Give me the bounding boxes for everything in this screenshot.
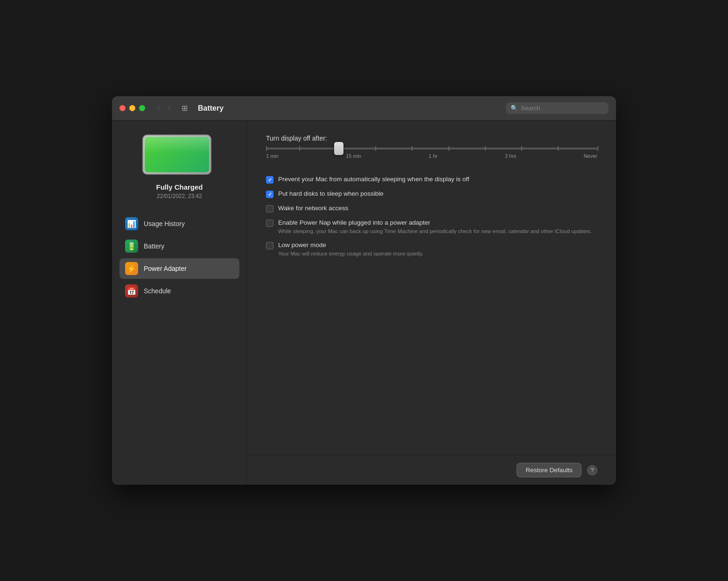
battery-terminal [210, 149, 211, 161]
sidebar-nav: 📊 Usage History 🔋 Battery ⚡ Power Adapte… [112, 213, 247, 301]
checkbox-prevent-sleep-input[interactable] [266, 176, 273, 184]
search-input[interactable] [521, 105, 604, 112]
sidebar-item-label-power: Power Adapter [144, 265, 187, 272]
battery-fill [145, 137, 209, 172]
slider-section: Turn display off after: [266, 135, 597, 163]
back-button[interactable]: ‹ [154, 102, 163, 114]
checkbox-wake-network-text: Wake for network access [278, 205, 348, 212]
battery-icon-container [142, 135, 217, 177]
checkbox-power-nap[interactable]: Enable Power Nap while plugged into a po… [266, 219, 597, 235]
search-box[interactable]: 🔍 [506, 102, 609, 114]
help-button[interactable]: ? [587, 465, 597, 475]
schedule-icon: 📅 [125, 284, 138, 298]
checkbox-hard-disks-label: Put hard disks to sleep when possible [278, 190, 384, 197]
titlebar: ‹ › ⊞ Battery 🔍 [112, 96, 616, 120]
sidebar-item-label-battery: Battery [144, 242, 164, 250]
sidebar: Fully Charged 22/01/2022, 23:42 📊 Usage … [112, 120, 247, 485]
checkbox-hard-disks-text: Put hard disks to sleep when possible [278, 190, 384, 197]
checkbox-low-power-input[interactable] [266, 242, 273, 249]
bottom-bar: Restore Defaults ? [247, 455, 616, 485]
checkbox-low-power-desc: Your Mac will reduce energy usage and op… [278, 250, 423, 257]
slider-tick-labels: 1 min 15 min 1 hr 3 hrs Never [266, 153, 597, 159]
slider-never-label: Never [584, 153, 597, 159]
slider-thumb[interactable] [334, 142, 343, 155]
slider-15min-label: 15 min [346, 153, 361, 159]
checkbox-group: Prevent your Mac from automatically slee… [266, 176, 597, 257]
maximize-button[interactable] [139, 105, 145, 111]
checkbox-wake-network-input[interactable] [266, 205, 273, 213]
checkbox-wake-network-label: Wake for network access [278, 205, 348, 212]
battery-charge-label: Fully Charged [156, 183, 203, 191]
close-button[interactable] [119, 105, 126, 111]
slider-track [266, 148, 597, 149]
checkbox-low-power-text: Low power mode Your Mac will reduce ener… [278, 241, 423, 257]
checkbox-prevent-sleep[interactable]: Prevent your Mac from automatically slee… [266, 176, 597, 184]
checkbox-low-power[interactable]: Low power mode Your Mac will reduce ener… [266, 241, 597, 257]
forward-button[interactable]: › [165, 102, 173, 114]
window: ‹ › ⊞ Battery 🔍 Fully [112, 96, 616, 485]
main-panel: Turn display off after: [247, 120, 616, 455]
sidebar-item-label-usage: Usage History [144, 220, 185, 227]
sidebar-item-label-schedule: Schedule [144, 287, 171, 295]
slider-min-label: 1 min [266, 153, 279, 159]
battery-sheen [145, 137, 209, 153]
battery-date: 22/01/2022, 23:42 [157, 193, 202, 199]
sidebar-item-usage-history[interactable]: 📊 Usage History [119, 213, 239, 234]
nav-buttons: ‹ › [154, 102, 173, 114]
checkbox-hard-disks-input[interactable] [266, 191, 273, 198]
checkbox-power-nap-input[interactable] [266, 220, 273, 227]
usage-history-icon: 📊 [125, 217, 138, 230]
battery-icon: 🔋 [125, 240, 138, 253]
checkbox-hard-disks[interactable]: Put hard disks to sleep when possible [266, 190, 597, 198]
checkbox-power-nap-label: Enable Power Nap while plugged into a po… [278, 219, 592, 226]
sidebar-item-battery[interactable]: 🔋 Battery [119, 236, 239, 256]
checkbox-prevent-sleep-text: Prevent your Mac from automatically slee… [278, 176, 469, 183]
slider-3hrs-label: 3 hrs [505, 153, 516, 159]
checkbox-low-power-label: Low power mode [278, 241, 423, 248]
checkbox-prevent-sleep-label: Prevent your Mac from automatically slee… [278, 176, 469, 183]
slider-1hr-label: 1 hr [429, 153, 438, 159]
checkbox-power-nap-desc: While sleeping, your Mac can back up usi… [278, 227, 592, 235]
search-icon: 🔍 [511, 105, 518, 112]
slider-track-container: 1 min 15 min 1 hr 3 hrs Never [266, 148, 597, 159]
restore-defaults-button[interactable]: Restore Defaults [517, 463, 581, 477]
main-area: Turn display off after: [247, 120, 616, 485]
sidebar-item-power-adapter[interactable]: ⚡ Power Adapter [119, 258, 239, 279]
battery-body [142, 135, 211, 175]
checkbox-wake-network[interactable]: Wake for network access [266, 205, 597, 213]
checkbox-power-nap-text: Enable Power Nap while plugged into a po… [278, 219, 592, 235]
minimize-button[interactable] [129, 105, 135, 111]
power-adapter-icon: ⚡ [125, 262, 138, 275]
sidebar-item-schedule[interactable]: 📅 Schedule [119, 281, 239, 301]
grid-button[interactable]: ⊞ [179, 103, 190, 113]
battery-status: Fully Charged 22/01/2022, 23:42 [142, 135, 217, 199]
window-title: Battery [198, 104, 500, 113]
traffic-lights [119, 105, 145, 111]
slider-label: Turn display off after: [266, 135, 597, 142]
content: Fully Charged 22/01/2022, 23:42 📊 Usage … [112, 120, 616, 485]
